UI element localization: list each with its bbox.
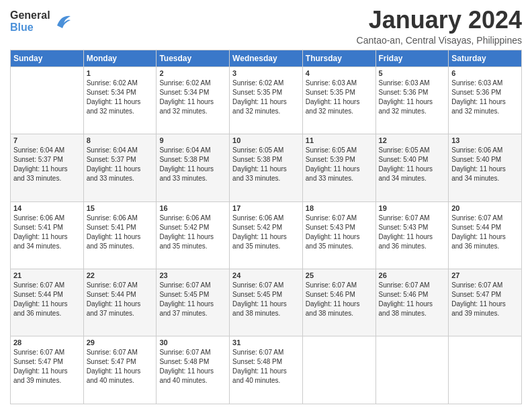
day-info: Sunrise: 6:03 AMSunset: 5:36 PMDaylight:… — [451, 79, 519, 116]
day-info: Sunrise: 6:07 AMSunset: 5:44 PMDaylight:… — [451, 214, 519, 251]
sunset-text: Sunset: 5:48 PM — [159, 357, 226, 367]
day-number: 1 — [87, 69, 154, 77]
calendar-cell: 26Sunrise: 6:07 AMSunset: 5:46 PMDayligh… — [375, 269, 449, 336]
calendar-cell: 16Sunrise: 6:06 AMSunset: 5:42 PMDayligh… — [157, 201, 230, 269]
calendar-cell: 2Sunrise: 6:02 AMSunset: 5:34 PMDaylight… — [157, 66, 230, 134]
calendar-cell: 5Sunrise: 6:03 AMSunset: 5:36 PMDaylight… — [375, 66, 449, 134]
sunrise-text: Sunrise: 6:02 AM — [232, 79, 300, 88]
daylight-text: Daylight: 11 hours and 33 minutes. — [159, 165, 226, 183]
sunset-text: Sunset: 5:35 PM — [306, 88, 373, 97]
calendar-day-header: Sunday — [11, 50, 84, 66]
day-number: 22 — [87, 271, 154, 279]
day-info: Sunrise: 6:07 AMSunset: 5:44 PMDaylight:… — [13, 281, 81, 318]
day-number: 30 — [159, 338, 226, 347]
sunrise-text: Sunrise: 6:07 AM — [87, 348, 154, 357]
day-number: 16 — [159, 204, 226, 212]
daylight-text: Daylight: 11 hours and 33 minutes. — [13, 165, 81, 183]
calendar-cell: 19Sunrise: 6:07 AMSunset: 5:43 PMDayligh… — [375, 201, 449, 269]
day-info: Sunrise: 6:02 AMSunset: 5:34 PMDaylight:… — [87, 79, 154, 116]
calendar-cell: 14Sunrise: 6:06 AMSunset: 5:41 PMDayligh… — [11, 201, 84, 269]
calendar-cell: 31Sunrise: 6:07 AMSunset: 5:48 PMDayligh… — [230, 336, 303, 404]
daylight-text: Daylight: 11 hours and 40 minutes. — [87, 367, 154, 385]
day-info: Sunrise: 6:07 AMSunset: 5:46 PMDaylight:… — [379, 281, 446, 318]
calendar-cell: 1Sunrise: 6:02 AMSunset: 5:34 PMDaylight… — [83, 66, 157, 134]
sunrise-text: Sunrise: 6:07 AM — [451, 214, 519, 223]
sunrise-text: Sunrise: 6:03 AM — [306, 79, 373, 88]
day-number: 7 — [13, 136, 81, 144]
sunrise-text: Sunrise: 6:03 AM — [379, 79, 446, 88]
calendar-cell: 6Sunrise: 6:03 AMSunset: 5:36 PMDaylight… — [449, 66, 522, 134]
day-number: 2 — [159, 69, 226, 77]
sunrise-text: Sunrise: 6:05 AM — [232, 146, 300, 155]
day-number: 8 — [87, 136, 154, 144]
day-info: Sunrise: 6:07 AMSunset: 5:45 PMDaylight:… — [232, 281, 300, 318]
daylight-text: Daylight: 11 hours and 35 minutes. — [159, 232, 226, 251]
calendar-day-header: Thursday — [302, 50, 375, 66]
calendar-cell: 20Sunrise: 6:07 AMSunset: 5:44 PMDayligh… — [449, 201, 522, 269]
sunrise-text: Sunrise: 6:03 AM — [451, 79, 519, 88]
daylight-text: Daylight: 11 hours and 39 minutes. — [451, 300, 519, 318]
sunset-text: Sunset: 5:45 PM — [232, 290, 300, 300]
calendar-day-header: Saturday — [449, 50, 522, 66]
day-info: Sunrise: 6:05 AMSunset: 5:38 PMDaylight:… — [232, 146, 300, 183]
sunset-text: Sunset: 5:37 PM — [87, 155, 154, 165]
sunrise-text: Sunrise: 6:07 AM — [13, 281, 81, 290]
sunset-text: Sunset: 5:40 PM — [451, 155, 519, 165]
sunrise-text: Sunrise: 6:07 AM — [232, 348, 300, 357]
sunset-text: Sunset: 5:47 PM — [87, 357, 154, 367]
daylight-text: Daylight: 11 hours and 40 minutes. — [232, 367, 300, 385]
day-number: 26 — [379, 271, 446, 279]
daylight-text: Daylight: 11 hours and 33 minutes. — [306, 165, 373, 183]
daylight-text: Daylight: 11 hours and 36 minutes. — [451, 232, 519, 251]
calendar-cell: 21Sunrise: 6:07 AMSunset: 5:44 PMDayligh… — [11, 269, 84, 336]
sunrise-text: Sunrise: 6:07 AM — [379, 281, 446, 290]
day-info: Sunrise: 6:07 AMSunset: 5:47 PMDaylight:… — [87, 348, 154, 385]
calendar-table: SundayMondayTuesdayWednesdayThursdayFrid… — [10, 50, 522, 404]
day-info: Sunrise: 6:07 AMSunset: 5:46 PMDaylight:… — [306, 281, 373, 318]
sunrise-text: Sunrise: 6:07 AM — [306, 214, 373, 223]
calendar-week-row: 1Sunrise: 6:02 AMSunset: 5:34 PMDaylight… — [11, 66, 522, 134]
day-number: 15 — [87, 204, 154, 212]
sunrise-text: Sunrise: 6:06 AM — [159, 214, 226, 223]
sunset-text: Sunset: 5:47 PM — [13, 357, 81, 367]
day-info: Sunrise: 6:07 AMSunset: 5:47 PMDaylight:… — [13, 348, 81, 385]
logo-bird-icon — [52, 12, 71, 31]
calendar-cell: 30Sunrise: 6:07 AMSunset: 5:48 PMDayligh… — [157, 336, 230, 404]
daylight-text: Daylight: 11 hours and 32 minutes. — [159, 97, 226, 116]
daylight-text: Daylight: 11 hours and 35 minutes. — [87, 232, 154, 251]
logo: General Blue — [10, 9, 71, 33]
sunrise-text: Sunrise: 6:07 AM — [87, 281, 154, 290]
sunset-text: Sunset: 5:43 PM — [379, 223, 446, 232]
day-number: 18 — [306, 204, 373, 212]
calendar-week-row: 28Sunrise: 6:07 AMSunset: 5:47 PMDayligh… — [11, 336, 522, 404]
daylight-text: Daylight: 11 hours and 40 minutes. — [159, 367, 226, 385]
sunrise-text: Sunrise: 6:07 AM — [159, 281, 226, 290]
day-info: Sunrise: 6:04 AMSunset: 5:38 PMDaylight:… — [159, 146, 226, 183]
day-number: 3 — [232, 69, 300, 77]
day-number: 10 — [232, 136, 300, 144]
day-info: Sunrise: 6:07 AMSunset: 5:48 PMDaylight:… — [159, 348, 226, 385]
day-info: Sunrise: 6:07 AMSunset: 5:43 PMDaylight:… — [306, 214, 373, 251]
calendar-cell: 10Sunrise: 6:05 AMSunset: 5:38 PMDayligh… — [230, 134, 303, 201]
sunset-text: Sunset: 5:44 PM — [451, 223, 519, 232]
header: General Blue January 2024 Cantao-an, Cen… — [10, 7, 522, 46]
calendar-cell: 9Sunrise: 6:04 AMSunset: 5:38 PMDaylight… — [157, 134, 230, 201]
logo-general: General — [10, 9, 50, 21]
day-info: Sunrise: 6:04 AMSunset: 5:37 PMDaylight:… — [87, 146, 154, 183]
calendar-cell: 25Sunrise: 6:07 AMSunset: 5:46 PMDayligh… — [302, 269, 375, 336]
day-number: 27 — [451, 271, 519, 279]
daylight-text: Daylight: 11 hours and 34 minutes. — [451, 165, 519, 183]
sunrise-text: Sunrise: 6:06 AM — [13, 214, 81, 223]
day-info: Sunrise: 6:07 AMSunset: 5:43 PMDaylight:… — [379, 214, 446, 251]
day-info: Sunrise: 6:07 AMSunset: 5:48 PMDaylight:… — [232, 348, 300, 385]
sunrise-text: Sunrise: 6:04 AM — [13, 146, 81, 155]
sunset-text: Sunset: 5:46 PM — [379, 290, 446, 300]
day-number: 17 — [232, 204, 300, 212]
calendar-cell — [302, 336, 375, 404]
sunrise-text: Sunrise: 6:02 AM — [159, 79, 226, 88]
day-info: Sunrise: 6:03 AMSunset: 5:36 PMDaylight:… — [379, 79, 446, 116]
daylight-text: Daylight: 11 hours and 38 minutes. — [379, 300, 446, 318]
calendar-cell: 24Sunrise: 6:07 AMSunset: 5:45 PMDayligh… — [230, 269, 303, 336]
calendar-page: General Blue January 2024 Cantao-an, Cen… — [0, 0, 532, 411]
day-number: 29 — [87, 338, 154, 347]
